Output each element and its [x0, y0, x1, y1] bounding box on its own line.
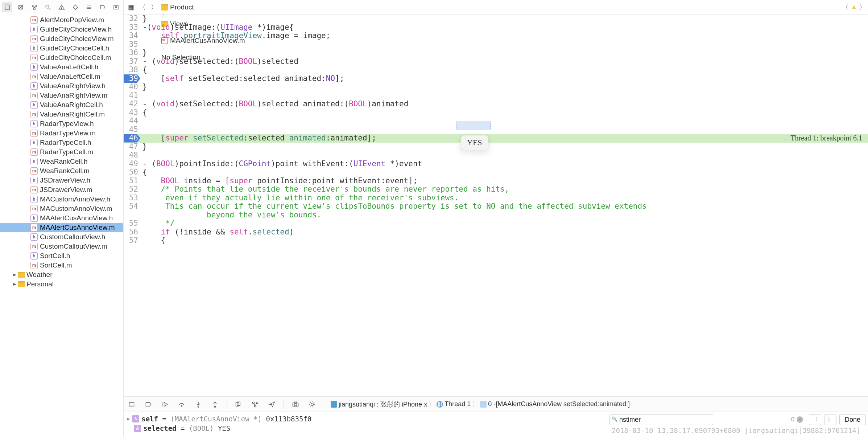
code-line[interactable]: 45	[124, 126, 868, 134]
line-number[interactable]: 38	[124, 66, 140, 74]
line-number[interactable]: 32	[124, 15, 140, 23]
line-number[interactable]: 34	[124, 32, 140, 40]
folder-row[interactable]: ▶Weather	[0, 270, 123, 279]
line-number[interactable]: 44	[124, 117, 140, 126]
line-number[interactable]: 45	[124, 126, 140, 134]
code-line[interactable]: 32}	[124, 15, 868, 23]
file-row[interactable]: mMACustomAnnoView.m	[0, 204, 123, 213]
file-row[interactable]: hSortCell.h	[0, 251, 123, 261]
code-line[interactable]: 42- (void)setSelected:(BOOL)selected ani…	[124, 100, 868, 109]
file-row[interactable]: mValueAnaLeftCell.m	[0, 72, 123, 81]
code-line[interactable]: 44	[124, 117, 868, 126]
file-row[interactable]: mRadarTypeCell.m	[0, 147, 123, 157]
code-line[interactable]: 49- (BOOL)pointInside:(CGPoint)point wit…	[124, 160, 868, 168]
line-number[interactable]: 33	[124, 23, 140, 32]
line-number[interactable]: 43	[124, 109, 140, 117]
file-row[interactable]: mMAAlertCusAnnoView.m	[0, 223, 123, 232]
breakpoint-marker[interactable]: 46	[124, 134, 140, 143]
file-row[interactable]: hGuideCityChoiceView.h	[0, 25, 123, 34]
test-navigator-icon[interactable]	[70, 2, 80, 12]
settings-icon[interactable]	[307, 399, 317, 409]
line-number[interactable]: 36	[124, 49, 140, 57]
warning-icon[interactable]: ▲	[851, 3, 857, 11]
line-number[interactable]: 49	[124, 160, 140, 168]
code-line[interactable]: 53 even if they actually lie within one …	[124, 194, 868, 203]
code-line[interactable]: 57 {	[124, 236, 868, 245]
file-row[interactable]: hMAAlertCusAnnoView.h	[0, 213, 123, 223]
disclosure-icon[interactable]: ▶	[13, 282, 16, 286]
clear-search-icon[interactable]: ✕	[797, 416, 803, 423]
code-line[interactable]: 50{	[124, 168, 868, 177]
file-row[interactable]: hWeaRankCell.h	[0, 157, 123, 166]
jump-segment[interactable]: Product	[161, 3, 246, 11]
line-number[interactable]: 55	[124, 219, 140, 228]
file-row[interactable]: mValueAnaRightCell.m	[0, 110, 123, 119]
file-row[interactable]: mValueAnaRightView.m	[0, 91, 123, 100]
step-in-icon[interactable]	[193, 399, 203, 409]
code-line[interactable]: 47}	[124, 143, 868, 151]
code-line[interactable]: 52 /* Points that lie outside the receiv…	[124, 185, 868, 194]
code-line[interactable]: 36}	[124, 49, 868, 57]
file-row[interactable]: mAlertMorePopView.m	[0, 15, 123, 25]
debug-navigator-icon[interactable]	[84, 2, 94, 12]
code-line[interactable]: 56 if (!inside && self.selected)	[124, 228, 868, 237]
project-navigator-icon[interactable]	[2, 2, 12, 12]
file-row[interactable]: hValueAnaRightCell.h	[0, 100, 123, 110]
continue-icon[interactable]	[160, 399, 170, 409]
file-row[interactable]: mGuideCityChoiceView.m	[0, 34, 123, 44]
code-line[interactable]: 46 [super setSelected:selected animated:…	[124, 134, 868, 143]
forward-icon[interactable]: 〉	[149, 2, 159, 12]
line-number[interactable]: 56	[124, 228, 140, 237]
line-number[interactable]: 57	[124, 236, 140, 245]
file-row[interactable]: mJSDrawerView.m	[0, 185, 123, 195]
next-icon[interactable]: 〉	[859, 3, 866, 12]
search-next-button[interactable]: 〉	[824, 414, 836, 425]
file-row[interactable]: mSortCell.m	[0, 261, 123, 270]
code-line[interactable]: 39 [self setSelected:selected animated:N…	[124, 74, 868, 83]
code-line[interactable]: 41	[124, 91, 868, 100]
console[interactable]: 🔍 0 ✕ 〈 〉 Done 2018-03-10 13.38.17.09079…	[607, 412, 868, 437]
done-button[interactable]: Done	[839, 414, 866, 425]
file-row[interactable]: hValueAnaLeftCell.h	[0, 62, 123, 72]
file-row[interactable]: hValueAnaRightView.h	[0, 81, 123, 91]
symbol-navigator-icon[interactable]	[29, 2, 40, 12]
line-number[interactable]: 48	[124, 151, 140, 160]
code-line[interactable]: 34 self.portraitImageView.image = image;	[124, 32, 868, 40]
file-row[interactable]: mRadarTypeView.m	[0, 128, 123, 138]
step-over-icon[interactable]	[177, 399, 187, 409]
file-row[interactable]: hCustomCalloutView.h	[0, 232, 123, 242]
report-navigator-icon[interactable]	[111, 2, 121, 12]
line-number[interactable]: 54	[124, 202, 140, 211]
line-number[interactable]: 52	[124, 185, 140, 194]
code-line[interactable]: beyond the view's bounds.	[124, 211, 868, 220]
line-number[interactable]: 37	[124, 57, 140, 66]
code-line[interactable]: 43{	[124, 109, 868, 117]
line-number[interactable]: 40	[124, 83, 140, 91]
variable-row[interactable]: ▶Aself = (MAAlertCusAnnoView *) 0x113b83…	[127, 414, 603, 424]
console-search[interactable]: 🔍 0 ✕	[609, 414, 806, 425]
disclosure-icon[interactable]: ▶	[127, 416, 130, 421]
line-number[interactable]: 53	[124, 194, 140, 203]
variable-row[interactable]: Aselected = (BOOL) YES	[127, 424, 603, 433]
search-prev-button[interactable]: 〈	[809, 414, 821, 425]
memory-graph-icon[interactable]	[250, 399, 260, 409]
folder-row[interactable]: ▶Personal	[0, 279, 123, 289]
view-debug-icon[interactable]	[233, 399, 244, 409]
breakpoint-navigator-icon[interactable]	[98, 2, 108, 12]
file-row[interactable]: mWeaRankCell.m	[0, 166, 123, 176]
file-row[interactable]: hMACustomAnnoView.h	[0, 195, 123, 204]
code-line[interactable]: 33-(void)setImage:(UIImage *)image{	[124, 23, 868, 32]
prev-icon[interactable]: 〈	[842, 3, 848, 12]
search-input[interactable]	[609, 414, 713, 425]
file-row[interactable]: hGuideCityChoiceCell.h	[0, 44, 123, 53]
location-simulate-icon[interactable]	[267, 399, 277, 409]
file-row[interactable]: hRadarTypeCell.h	[0, 138, 123, 147]
code-line[interactable]: 35	[124, 40, 868, 49]
breakpoint-flag[interactable]: ≡Thread 1: breakpoint 6.1	[784, 134, 862, 143]
code-line[interactable]: 54 This can occur if the current view's …	[124, 202, 868, 211]
variables-view[interactable]: ▶Aself = (MAAlertCusAnnoView *) 0x113b83…	[124, 412, 607, 437]
source-editor[interactable]: 32}33-(void)setImage:(UIImage *)image{34…	[124, 15, 868, 437]
related-items-icon[interactable]: ▦	[126, 2, 136, 12]
breakpoints-toggle-icon[interactable]	[143, 399, 153, 409]
line-number[interactable]: 41	[124, 91, 140, 100]
